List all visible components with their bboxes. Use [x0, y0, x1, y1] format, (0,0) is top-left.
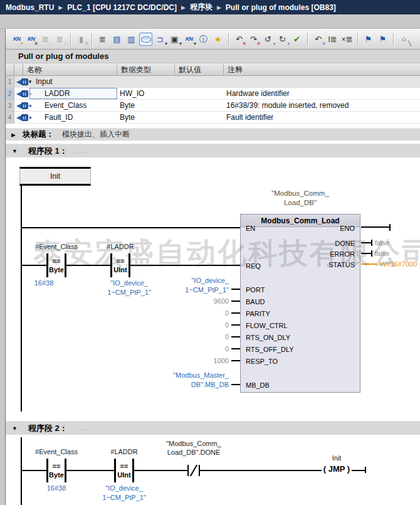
undo-icon[interactable]: ↶✕ — [233, 33, 246, 46]
pin-done: DONE — [335, 239, 355, 248]
row-comment[interactable]: Fault identifier — [226, 112, 273, 124]
row-name[interactable]: Input — [36, 76, 53, 88]
value-status[interactable]: W#16#7000 — [380, 260, 417, 268]
network1-comment-placeholder[interactable]: ..... — [75, 147, 87, 154]
compare-operator: == — [117, 257, 125, 265]
contact-tag[interactable]: #LADDR — [83, 242, 158, 251]
value-done[interactable]: false — [375, 238, 389, 247]
value-flow-ctrl[interactable]: 0 — [145, 321, 229, 329]
value-baud[interactable]: 9600 — [145, 297, 229, 306]
insert-row-icon[interactable]: ≣✶ — [39, 33, 52, 46]
toolbar-separator — [307, 33, 308, 46]
nc-contact-bar — [187, 465, 189, 476]
compare-contact-laddr[interactable]: == UInt — [114, 459, 134, 482]
row-number: 2 — [6, 88, 14, 100]
value-port[interactable]: "IO_device_ 1~CM_PtP_1" — [151, 276, 229, 295]
interface-top-icon[interactable]: ▤ — [110, 33, 123, 46]
toolbar-separator — [70, 33, 71, 46]
eno-line — [361, 226, 389, 228]
breadcrumb-project[interactable]: Modbus_RTU — [6, 3, 54, 12]
monitor-icon[interactable]: ↶≡ — [312, 33, 325, 46]
contact-tag[interactable]: #Event_Class — [19, 447, 94, 456]
value-mb-db[interactable]: "Modbus_Master_ DB".MB_DB — [151, 371, 229, 390]
header-name[interactable]: 名称 — [23, 63, 117, 76]
free-comment-icon[interactable]: ▣▾ — [168, 33, 181, 46]
table-row-event-class[interactable]: 3 ■ Event_Class Byte 16#38/39: module in… — [6, 100, 420, 112]
favorites-icon[interactable]: ★ — [211, 33, 224, 46]
coil-label[interactable]: Init — [305, 454, 368, 462]
network2-header[interactable]: ▼ 程序段 2： ..... — [6, 421, 420, 435]
insert-network-icon[interactable]: KN✶ — [10, 33, 23, 46]
table-row-laddr[interactable]: 2 ■ LADDR HW_IO Hardware identifier — [6, 88, 420, 100]
row-comment[interactable]: 16#38/39: module inserted, removed — [226, 100, 349, 112]
compare-operator: == — [53, 462, 61, 470]
breadcrumb-plc[interactable]: PLC_1 [CPU 1217C DC/DC/DC] — [67, 3, 177, 12]
redo-icon[interactable]: ↷✕ — [247, 33, 260, 46]
instance-db-name[interactable]: "Modbus_Comm_ Load_DB" — [240, 189, 360, 208]
comments-icon[interactable]: ··· — [139, 33, 152, 46]
pin-stub — [231, 360, 240, 361]
nc-contact-tag[interactable]: "Modbus_Comm_ Load_DB".DONE — [150, 439, 238, 457]
value-resp-to[interactable]: 1000 — [145, 356, 229, 365]
table-row-input[interactable]: 1 ▼ Input — [6, 76, 420, 88]
load-values-icon[interactable]: ↻▪ — [276, 33, 289, 46]
selected-cell-outline — [29, 88, 117, 99]
jump-label-init[interactable]: Init — [19, 167, 91, 186]
status-line — [361, 263, 377, 265]
row-datatype[interactable]: HW_IO — [120, 88, 144, 100]
header-default[interactable]: 默认值 — [175, 63, 224, 76]
block-title-row: ▶ 块标题： 模块拔出、插入中断 — [6, 128, 420, 141]
bullet-icon: ■ — [29, 100, 34, 112]
row-name[interactable]: LADDR — [45, 88, 70, 100]
table-row-fault-id[interactable]: 4 ■ Fault_ID Byte Fault identifier — [6, 112, 420, 124]
header-comment[interactable]: 注释 — [224, 63, 420, 76]
value-rts-on-dly[interactable]: 0 — [145, 332, 229, 341]
nc-contact[interactable] — [189, 465, 199, 476]
modbus-comm-load-block[interactable]: Modbus_Comm_Load EN REQ PORT BAUD PARITY… — [240, 214, 360, 393]
block-info-icon[interactable]: ⓘ — [197, 33, 210, 46]
block-title-value[interactable]: 模块拔出、插入中断 — [62, 129, 130, 140]
search-icon[interactable]: ○╲ — [397, 33, 411, 46]
contact-operand[interactable]: 16#38 — [6, 279, 81, 288]
value-parity[interactable]: 0 — [145, 309, 229, 317]
expander-icon[interactable]: ▼ — [26, 76, 34, 88]
compare-contact-event-class[interactable]: == Byte — [46, 459, 66, 482]
power-rail — [21, 186, 22, 412]
compare-contact-laddr[interactable]: == UInt — [110, 253, 130, 277]
compile-icon[interactable]: ✔ — [290, 33, 303, 46]
breadcrumb-current-block[interactable]: Pull or plug of modules [OB83] — [226, 3, 336, 12]
insert-row-after-icon[interactable]: ≣✶ — [53, 33, 66, 46]
paste-icon[interactable]: ▮↺ — [75, 33, 88, 46]
row-comment[interactable]: Hardware identifier — [226, 88, 290, 100]
interface-icon[interactable]: ▥ — [125, 33, 138, 46]
row-datatype[interactable]: Byte — [120, 112, 135, 124]
jmp-coil[interactable]: ( JMP ) — [305, 464, 368, 474]
value-error[interactable]: false — [375, 249, 389, 258]
prev-bookmark-icon[interactable]: ⚑ — [362, 33, 375, 46]
insert-io-icon[interactable]: I≣ — [326, 33, 339, 46]
contact-operand[interactable]: "IO_device_ 1~CM_PtP_1" — [87, 484, 162, 502]
row-name[interactable]: Fault_ID — [45, 112, 73, 124]
compare-contact-event-class[interactable]: == Byte — [46, 253, 66, 277]
expand-networks-icon[interactable]: KN▾ — [182, 33, 196, 46]
rung-en — [21, 227, 240, 228]
collapse-arrow-icon[interactable]: ▼ — [12, 148, 18, 154]
expand-instructions-icon[interactable]: ⊐▾ — [154, 33, 167, 46]
nc-contact-bar — [199, 465, 200, 476]
collapse-arrow-icon[interactable]: ▼ — [12, 425, 18, 432]
snapshot-icon[interactable]: ↺▪ — [261, 33, 275, 46]
collapse-arrow-icon[interactable]: ▶ — [11, 132, 16, 138]
network2-comment-placeholder[interactable]: ..... — [75, 425, 87, 432]
breadcrumb-program-blocks[interactable]: 程序块 — [190, 2, 213, 13]
network-overview-icon[interactable]: ≣ — [96, 33, 109, 46]
network1-header[interactable]: ▼ 程序段 1： ..... — [6, 144, 420, 157]
reset-io-icon[interactable]: ×≣ — [340, 33, 354, 46]
contact-operand[interactable]: 16#38 — [19, 484, 94, 493]
network2-label: 程序段 2： — [28, 423, 68, 434]
row-name[interactable]: Event_Class — [45, 100, 87, 112]
delete-network-icon[interactable]: KN✕ — [24, 33, 38, 46]
value-rts-off-dly[interactable]: 0 — [145, 344, 229, 353]
header-datatype[interactable]: 数据类型 — [117, 63, 175, 76]
next-bookmark-icon[interactable]: ⚑ — [376, 33, 389, 46]
row-datatype[interactable]: Byte — [120, 100, 135, 112]
